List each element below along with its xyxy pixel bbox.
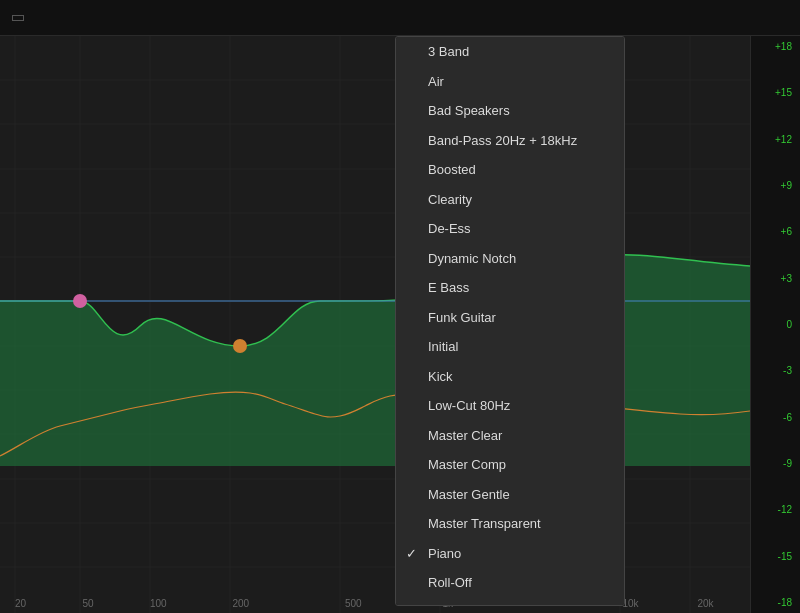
preset-item[interactable]: Dynamic Notch	[396, 244, 624, 274]
preset-item[interactable]: Snare	[396, 598, 624, 607]
db-label: +9	[759, 180, 792, 191]
db-label: -6	[759, 412, 792, 423]
db-label: +3	[759, 273, 792, 284]
db-label: -18	[759, 597, 792, 608]
freq-20k: 20k	[698, 598, 714, 609]
freq-labels: 20 50 100 200 500 1k 10k 20k	[0, 593, 750, 613]
preset-item[interactable]: Piano	[396, 539, 624, 569]
db-scale: +18+15+12+9+6+30-3-6-9-12-15-18	[750, 36, 800, 613]
preset-item[interactable]: Funk Guitar	[396, 303, 624, 333]
topbar	[0, 0, 800, 36]
freq-500: 500	[345, 598, 362, 609]
preset-item[interactable]: 3 Band	[396, 37, 624, 67]
preset-item[interactable]: Initial	[396, 332, 624, 362]
db-label: -15	[759, 551, 792, 562]
logo	[12, 15, 24, 21]
preset-item[interactable]: Boosted	[396, 155, 624, 185]
preset-item[interactable]: Band-Pass 20Hz + 18kHz	[396, 126, 624, 156]
preset-item[interactable]: Master Gentle	[396, 480, 624, 510]
preset-item[interactable]: Master Clear	[396, 421, 624, 451]
db-label: +15	[759, 87, 792, 98]
freq-20: 20	[15, 598, 26, 609]
db-label: +6	[759, 226, 792, 237]
freq-200: 200	[233, 598, 250, 609]
preset-item[interactable]: De-Ess	[396, 214, 624, 244]
preset-item[interactable]: Roll-Off	[396, 568, 624, 598]
preset-item[interactable]: Bad Speakers	[396, 96, 624, 126]
preset-item[interactable]: Kick	[396, 362, 624, 392]
preset-item[interactable]: Low-Cut 80Hz	[396, 391, 624, 421]
freq-100: 100	[150, 598, 167, 609]
db-label: -3	[759, 365, 792, 376]
preset-item[interactable]: Clearity	[396, 185, 624, 215]
db-label: -12	[759, 504, 792, 515]
db-label: 0	[759, 319, 792, 330]
main-area: 20 50 100 200 500 1k 10k 20k 3 BandAirBa…	[0, 36, 800, 613]
db-label: +18	[759, 41, 792, 52]
control-point-2[interactable]	[233, 339, 247, 353]
preset-dropdown: 3 BandAirBad SpeakersBand-Pass 20Hz + 18…	[395, 36, 625, 606]
preset-item[interactable]: Air	[396, 67, 624, 97]
control-point-1[interactable]	[73, 294, 87, 308]
freq-50: 50	[83, 598, 94, 609]
preset-item[interactable]: Master Comp	[396, 450, 624, 480]
db-label: -9	[759, 458, 792, 469]
preset-item[interactable]: E Bass	[396, 273, 624, 303]
eq-area: 20 50 100 200 500 1k 10k 20k 3 BandAirBa…	[0, 36, 750, 613]
preset-item[interactable]: Master Transparent	[396, 509, 624, 539]
eq-svg	[0, 36, 750, 613]
db-label: +12	[759, 134, 792, 145]
